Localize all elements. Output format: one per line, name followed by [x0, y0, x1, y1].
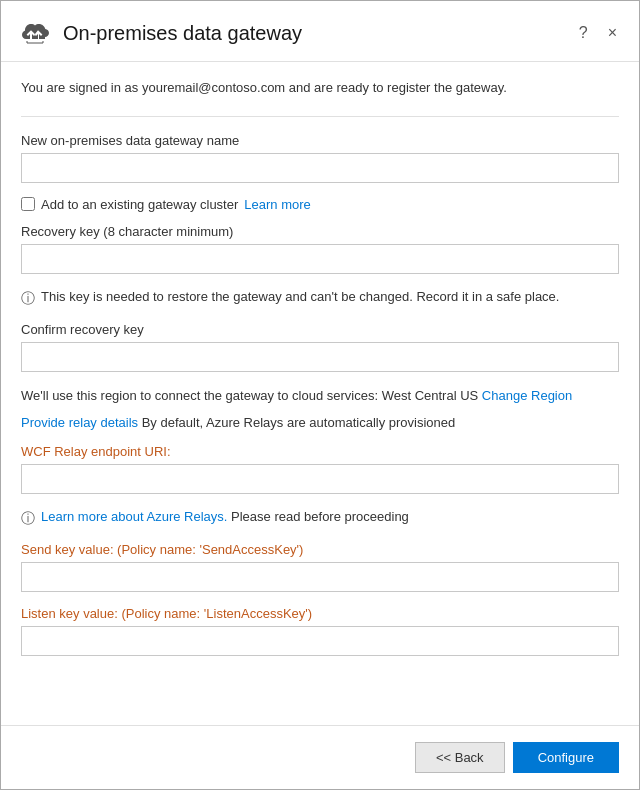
listen-key-group: Listen key value: (Policy name: 'ListenA… [21, 606, 619, 656]
back-button[interactable]: << Back [415, 742, 505, 773]
send-key-label: Send key value: (Policy name: 'SendAcces… [21, 542, 619, 557]
listen-key-input[interactable] [21, 626, 619, 656]
azure-relays-info-text: Please read before proceeding [231, 509, 409, 524]
relay-provision-row: Provide relay details By default, Azure … [21, 413, 619, 434]
recovery-key-input[interactable] [21, 244, 619, 274]
help-button[interactable]: ? [573, 22, 594, 44]
confirm-recovery-input[interactable] [21, 342, 619, 372]
change-region-link[interactable]: Change Region [482, 388, 572, 403]
send-key-input[interactable] [21, 562, 619, 592]
configure-button[interactable]: Configure [513, 742, 619, 773]
azure-relays-info-icon: ⓘ [21, 509, 35, 529]
gateway-name-input[interactable] [21, 153, 619, 183]
gateway-name-label: New on-premises data gateway name [21, 133, 619, 148]
close-button[interactable]: × [602, 22, 623, 44]
confirm-recovery-group: Confirm recovery key [21, 322, 619, 372]
title-left: On-premises data gateway [17, 15, 302, 51]
azure-relays-link[interactable]: Learn more about Azure Relays. [41, 509, 227, 524]
existing-cluster-checkbox[interactable] [21, 197, 35, 211]
recovery-key-info-text: This key is needed to restore the gatewa… [41, 288, 559, 306]
listen-key-label: Listen key value: (Policy name: 'ListenA… [21, 606, 619, 621]
footer: << Back Configure [1, 725, 639, 789]
azure-relays-row: ⓘ Learn more about Azure Relays. Please … [21, 508, 619, 529]
content-area: You are signed in as youremail@contoso.c… [1, 62, 639, 725]
recovery-key-info-row: ⓘ This key is needed to restore the gate… [21, 288, 619, 309]
title-bar: On-premises data gateway ? × [1, 1, 639, 62]
gateway-name-group: New on-premises data gateway name [21, 133, 619, 183]
learn-more-link[interactable]: Learn more [244, 197, 310, 212]
title-controls: ? × [573, 22, 623, 44]
region-text: We'll use this region to connect the gat… [21, 388, 478, 403]
provide-relay-link[interactable]: Provide relay details [21, 415, 138, 430]
dialog: On-premises data gateway ? × You are sig… [0, 0, 640, 790]
recovery-key-label: Recovery key (8 character minimum) [21, 224, 619, 239]
existing-cluster-row: Add to an existing gateway cluster Learn… [21, 197, 619, 212]
relay-auto-text: By default, Azure Relays are automatical… [142, 415, 456, 430]
info-icon: ⓘ [21, 289, 35, 309]
wcf-input[interactable] [21, 464, 619, 494]
subtitle-text: You are signed in as youremail@contoso.c… [21, 78, 619, 98]
wcf-group: WCF Relay endpoint URI: [21, 444, 619, 494]
dialog-title: On-premises data gateway [63, 22, 302, 45]
recovery-key-group: Recovery key (8 character minimum) [21, 224, 619, 274]
wcf-label: WCF Relay endpoint URI: [21, 444, 619, 459]
region-row: We'll use this region to connect the gat… [21, 386, 619, 407]
azure-relays-text: Learn more about Azure Relays. Please re… [41, 508, 409, 526]
existing-cluster-label: Add to an existing gateway cluster [41, 197, 238, 212]
send-key-group: Send key value: (Policy name: 'SendAcces… [21, 542, 619, 592]
cloud-upload-icon [17, 15, 53, 51]
divider [21, 116, 619, 117]
confirm-recovery-label: Confirm recovery key [21, 322, 619, 337]
